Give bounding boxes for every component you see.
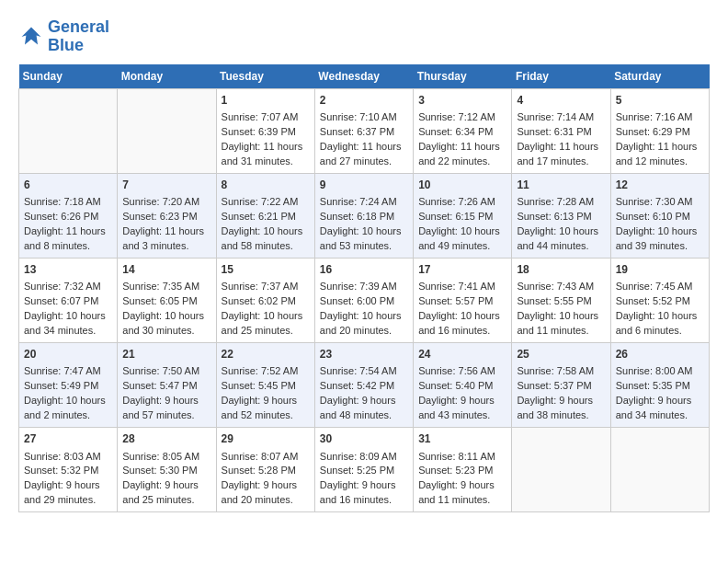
sunrise-text: Sunrise: 7:52 AM <box>222 365 299 376</box>
daylight-text: Daylight: 9 hours and 29 minutes. <box>24 479 100 505</box>
calendar-cell: 21Sunrise: 7:50 AMSunset: 5:47 PMDayligh… <box>118 343 216 428</box>
day-number: 26 <box>616 347 704 362</box>
day-number: 6 <box>24 178 112 193</box>
calendar-cell: 13Sunrise: 7:32 AMSunset: 6:07 PMDayligh… <box>19 258 118 342</box>
daylight-text: Daylight: 10 hours and 58 minutes. <box>222 225 303 251</box>
sunset-text: Sunset: 6:29 PM <box>616 126 690 137</box>
day-number: 7 <box>122 178 210 193</box>
sunrise-text: Sunrise: 7:32 AM <box>24 281 101 292</box>
sunrise-text: Sunrise: 8:07 AM <box>222 451 299 462</box>
calendar-cell: 17Sunrise: 7:41 AMSunset: 5:57 PMDayligh… <box>414 258 512 342</box>
calendar-cell: 24Sunrise: 7:56 AMSunset: 5:40 PMDayligh… <box>414 343 512 428</box>
sunrise-text: Sunrise: 7:24 AM <box>320 196 397 207</box>
sunrise-text: Sunrise: 8:09 AM <box>320 451 397 462</box>
logo-text: General Blue <box>48 18 109 55</box>
sunset-text: Sunset: 6:31 PM <box>517 126 591 137</box>
calendar-cell: 14Sunrise: 7:35 AMSunset: 6:05 PMDayligh… <box>118 258 216 342</box>
sunrise-text: Sunrise: 7:07 AM <box>222 111 299 122</box>
day-number: 19 <box>616 262 704 278</box>
sunset-text: Sunset: 6:15 PM <box>418 211 493 222</box>
daylight-text: Daylight: 10 hours and 2 minutes. <box>24 395 106 420</box>
calendar-week-row: 27Sunrise: 8:03 AMSunset: 5:32 PMDayligh… <box>19 428 710 512</box>
day-number: 25 <box>517 347 605 362</box>
calendar-cell: 10Sunrise: 7:26 AMSunset: 6:15 PMDayligh… <box>414 173 512 258</box>
sunset-text: Sunset: 5:30 PM <box>122 465 197 476</box>
day-number: 23 <box>320 347 408 362</box>
sunrise-text: Sunrise: 7:20 AM <box>122 196 199 207</box>
calendar-cell: 12Sunrise: 7:30 AMSunset: 6:10 PMDayligh… <box>610 173 709 258</box>
sunset-text: Sunset: 5:32 PM <box>24 465 98 476</box>
sunrise-text: Sunrise: 7:43 AM <box>517 281 594 292</box>
calendar-cell: 4Sunrise: 7:14 AMSunset: 6:31 PMDaylight… <box>512 88 610 173</box>
calendar-cell: 28Sunrise: 8:05 AMSunset: 5:30 PMDayligh… <box>118 428 216 512</box>
logo-line2: Blue <box>48 37 109 55</box>
sunset-text: Sunset: 6:00 PM <box>320 295 394 306</box>
sunset-text: Sunset: 5:25 PM <box>320 465 394 476</box>
sunrise-text: Sunrise: 7:18 AM <box>24 196 101 207</box>
calendar-cell: 5Sunrise: 7:16 AMSunset: 6:29 PMDaylight… <box>610 88 709 173</box>
page-header: General Blue <box>18 18 710 55</box>
day-number: 20 <box>24 347 112 362</box>
weekday-header: Friday <box>512 64 610 89</box>
weekday-header: Thursday <box>414 64 512 89</box>
weekday-header: Saturday <box>610 64 709 89</box>
calendar-cell <box>610 428 709 512</box>
sunrise-text: Sunrise: 7:16 AM <box>616 111 693 122</box>
day-number: 17 <box>418 262 506 278</box>
calendar-cell: 6Sunrise: 7:18 AMSunset: 6:26 PMDaylight… <box>19 173 118 258</box>
day-number: 22 <box>222 347 310 362</box>
calendar-cell: 20Sunrise: 7:47 AMSunset: 5:49 PMDayligh… <box>19 343 118 428</box>
sunset-text: Sunset: 6:34 PM <box>418 126 493 137</box>
weekday-header: Tuesday <box>216 64 314 89</box>
calendar-cell: 7Sunrise: 7:20 AMSunset: 6:23 PMDaylight… <box>118 173 216 258</box>
sunset-text: Sunset: 5:49 PM <box>24 380 98 391</box>
sunrise-text: Sunrise: 7:28 AM <box>517 196 594 207</box>
sunset-text: Sunset: 5:45 PM <box>222 380 296 391</box>
calendar-cell: 2Sunrise: 7:10 AMSunset: 6:37 PMDaylight… <box>314 88 413 173</box>
day-number: 11 <box>517 178 605 193</box>
day-number: 28 <box>122 431 210 447</box>
day-number: 24 <box>418 347 506 362</box>
sunrise-text: Sunrise: 7:14 AM <box>517 111 594 122</box>
daylight-text: Daylight: 9 hours and 16 minutes. <box>320 479 396 505</box>
sunrise-text: Sunrise: 7:56 AM <box>418 365 495 376</box>
sunset-text: Sunset: 5:47 PM <box>122 380 197 391</box>
calendar-week-row: 13Sunrise: 7:32 AMSunset: 6:07 PMDayligh… <box>19 258 710 342</box>
sunrise-text: Sunrise: 7:10 AM <box>320 111 397 122</box>
sunrise-text: Sunrise: 7:41 AM <box>418 281 495 292</box>
calendar-cell: 8Sunrise: 7:22 AMSunset: 6:21 PMDaylight… <box>216 173 314 258</box>
calendar-cell: 23Sunrise: 7:54 AMSunset: 5:42 PMDayligh… <box>314 343 413 428</box>
calendar-cell: 29Sunrise: 8:07 AMSunset: 5:28 PMDayligh… <box>216 428 314 512</box>
calendar-cell <box>19 88 118 173</box>
daylight-text: Daylight: 10 hours and 11 minutes. <box>517 310 598 336</box>
sunset-text: Sunset: 5:35 PM <box>616 380 690 391</box>
day-number: 4 <box>517 93 605 109</box>
sunset-text: Sunset: 6:39 PM <box>222 126 296 137</box>
daylight-text: Daylight: 9 hours and 52 minutes. <box>222 395 298 420</box>
day-number: 16 <box>320 262 408 278</box>
sunrise-text: Sunrise: 7:39 AM <box>320 281 397 292</box>
daylight-text: Daylight: 9 hours and 48 minutes. <box>320 395 396 420</box>
calendar-cell: 30Sunrise: 8:09 AMSunset: 5:25 PMDayligh… <box>314 428 413 512</box>
day-number: 2 <box>320 93 408 109</box>
day-number: 8 <box>222 178 310 193</box>
sunset-text: Sunset: 5:55 PM <box>517 295 591 306</box>
sunrise-text: Sunrise: 7:22 AM <box>222 196 299 207</box>
calendar-cell: 31Sunrise: 8:11 AMSunset: 5:23 PMDayligh… <box>414 428 512 512</box>
daylight-text: Daylight: 11 hours and 31 minutes. <box>222 141 303 167</box>
sunset-text: Sunset: 6:02 PM <box>222 295 296 306</box>
calendar-cell: 22Sunrise: 7:52 AMSunset: 5:45 PMDayligh… <box>216 343 314 428</box>
sunset-text: Sunset: 5:37 PM <box>517 380 591 391</box>
sunset-text: Sunset: 6:23 PM <box>122 211 197 222</box>
sunrise-text: Sunrise: 7:37 AM <box>222 281 299 292</box>
calendar-cell: 3Sunrise: 7:12 AMSunset: 6:34 PMDaylight… <box>414 88 512 173</box>
daylight-text: Daylight: 10 hours and 6 minutes. <box>616 310 698 336</box>
logo-icon <box>18 24 44 50</box>
calendar-cell: 27Sunrise: 8:03 AMSunset: 5:32 PMDayligh… <box>19 428 118 512</box>
sunrise-text: Sunrise: 7:12 AM <box>418 111 495 122</box>
calendar-week-row: 1Sunrise: 7:07 AMSunset: 6:39 PMDaylight… <box>19 88 710 173</box>
weekday-header: Wednesday <box>314 64 413 89</box>
day-number: 29 <box>222 431 310 447</box>
sunset-text: Sunset: 5:28 PM <box>222 465 296 476</box>
sunrise-text: Sunrise: 7:45 AM <box>616 281 693 292</box>
